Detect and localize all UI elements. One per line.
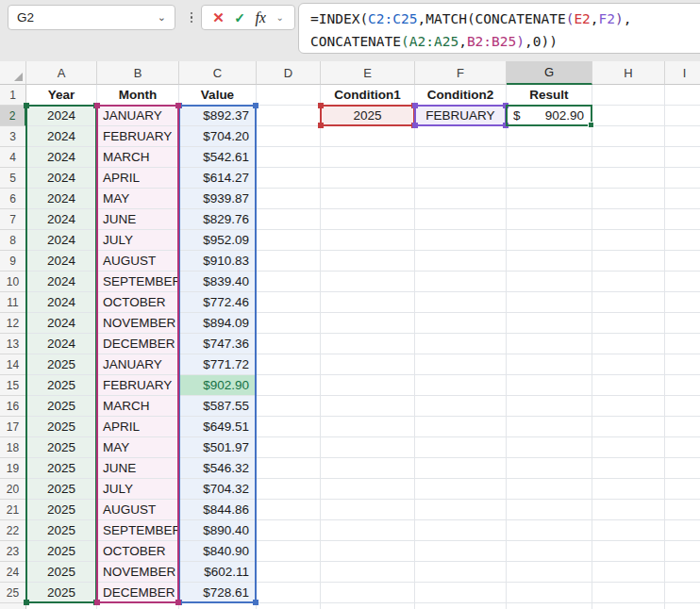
row-header-17[interactable]: 17 bbox=[0, 417, 26, 437]
cell-I23[interactable] bbox=[665, 541, 700, 562]
cell-A23[interactable]: 2025 bbox=[26, 541, 97, 562]
cell-H25[interactable] bbox=[592, 583, 665, 603]
cell-F22[interactable] bbox=[415, 520, 507, 541]
row-header-3[interactable]: 3 bbox=[0, 126, 26, 147]
cell-A7[interactable]: 2024 bbox=[26, 209, 97, 230]
cell-I14[interactable] bbox=[665, 354, 700, 375]
cell-D12[interactable] bbox=[257, 313, 321, 334]
cell-F9[interactable] bbox=[415, 251, 507, 272]
cell-I17[interactable] bbox=[665, 417, 700, 437]
cell-G9[interactable] bbox=[507, 251, 592, 272]
cell-D1[interactable] bbox=[257, 85, 321, 106]
cell-I16[interactable] bbox=[665, 396, 700, 417]
cell-I24[interactable] bbox=[665, 562, 700, 583]
cell-H15[interactable] bbox=[592, 375, 665, 396]
cell-H12[interactable] bbox=[592, 313, 665, 334]
cell-G5[interactable] bbox=[507, 168, 592, 189]
cell-A21[interactable]: 2025 bbox=[26, 500, 97, 520]
cell-D18[interactable] bbox=[257, 437, 321, 458]
cell-I7[interactable] bbox=[665, 209, 700, 230]
cell-H13[interactable] bbox=[592, 334, 665, 354]
cell-D14[interactable] bbox=[257, 354, 321, 375]
cell-D20[interactable] bbox=[257, 479, 321, 500]
cell-I8[interactable] bbox=[665, 230, 700, 251]
cell-I2[interactable] bbox=[665, 106, 700, 126]
column-header-D[interactable]: D bbox=[257, 61, 321, 85]
cell-C4[interactable]: $542.61 bbox=[179, 147, 257, 168]
cell-G24[interactable] bbox=[507, 562, 592, 583]
cell-I19[interactable] bbox=[665, 458, 700, 479]
cell-C15[interactable]: $902.90 bbox=[179, 375, 257, 396]
cell-G7[interactable] bbox=[507, 209, 592, 230]
cell-I15[interactable] bbox=[665, 375, 700, 396]
cell-H8[interactable] bbox=[592, 230, 665, 251]
cell-E9[interactable] bbox=[321, 251, 415, 272]
name-box-value[interactable]: G2 bbox=[8, 10, 158, 25]
cell-E22[interactable] bbox=[321, 520, 415, 541]
cell-G12[interactable] bbox=[507, 313, 592, 334]
cell-A16[interactable]: 2025 bbox=[26, 396, 97, 417]
cell-B5[interactable]: APRIL bbox=[97, 168, 179, 189]
cell-F23[interactable] bbox=[415, 541, 507, 562]
cell-E2[interactable]: 2025 bbox=[321, 106, 415, 126]
cell-E20[interactable] bbox=[321, 479, 415, 500]
cell-I26[interactable] bbox=[665, 603, 700, 609]
cell-H5[interactable] bbox=[592, 168, 665, 189]
cell-H3[interactable] bbox=[592, 126, 665, 147]
row-header-16[interactable]: 16 bbox=[0, 396, 26, 417]
row-header-21[interactable]: 21 bbox=[0, 500, 26, 520]
cell-F2[interactable]: FEBRUARY bbox=[415, 106, 507, 126]
cell-D8[interactable] bbox=[257, 230, 321, 251]
cell-A25[interactable]: 2025 bbox=[26, 583, 97, 603]
row-header-19[interactable]: 19 bbox=[0, 458, 26, 479]
cell-F12[interactable] bbox=[415, 313, 507, 334]
cell-E24[interactable] bbox=[321, 562, 415, 583]
cell-E1[interactable]: Condition1 bbox=[321, 85, 415, 106]
cell-D9[interactable] bbox=[257, 251, 321, 272]
cell-G8[interactable] bbox=[507, 230, 592, 251]
column-header-B[interactable]: B bbox=[97, 61, 179, 85]
cell-H2[interactable] bbox=[592, 106, 665, 126]
cell-H9[interactable] bbox=[592, 251, 665, 272]
cell-C19[interactable]: $546.32 bbox=[179, 458, 257, 479]
cell-A18[interactable]: 2025 bbox=[26, 437, 97, 458]
cell-C1[interactable]: Value bbox=[179, 85, 257, 106]
select-all-button[interactable] bbox=[0, 61, 26, 85]
cell-H6[interactable] bbox=[592, 189, 665, 209]
cell-F5[interactable] bbox=[415, 168, 507, 189]
cell-C8[interactable]: $952.09 bbox=[179, 230, 257, 251]
cell-F10[interactable] bbox=[415, 272, 507, 292]
cell-B9[interactable]: AUGUST bbox=[97, 251, 179, 272]
cell-A19[interactable]: 2025 bbox=[26, 458, 97, 479]
cell-A5[interactable]: 2024 bbox=[26, 168, 97, 189]
cell-A13[interactable]: 2024 bbox=[26, 334, 97, 354]
cell-E7[interactable] bbox=[321, 209, 415, 230]
cell-C6[interactable]: $939.87 bbox=[179, 189, 257, 209]
row-header-26[interactable]: 26 bbox=[0, 603, 26, 609]
cell-C12[interactable]: $894.09 bbox=[179, 313, 257, 334]
cell-C26[interactable] bbox=[179, 603, 257, 609]
cell-E4[interactable] bbox=[321, 147, 415, 168]
cell-G21[interactable] bbox=[507, 500, 592, 520]
cell-G26[interactable] bbox=[507, 603, 592, 609]
cell-E15[interactable] bbox=[321, 375, 415, 396]
cell-D10[interactable] bbox=[257, 272, 321, 292]
cell-I6[interactable] bbox=[665, 189, 700, 209]
cell-E18[interactable] bbox=[321, 437, 415, 458]
cell-E17[interactable] bbox=[321, 417, 415, 437]
cell-F24[interactable] bbox=[415, 562, 507, 583]
cell-C23[interactable]: $840.90 bbox=[179, 541, 257, 562]
row-header-9[interactable]: 9 bbox=[0, 251, 26, 272]
cell-I13[interactable] bbox=[665, 334, 700, 354]
cell-B7[interactable]: JUNE bbox=[97, 209, 179, 230]
cell-E19[interactable] bbox=[321, 458, 415, 479]
column-header-H[interactable]: H bbox=[592, 61, 665, 85]
row-header-14[interactable]: 14 bbox=[0, 354, 26, 375]
cell-E13[interactable] bbox=[321, 334, 415, 354]
cell-H10[interactable] bbox=[592, 272, 665, 292]
cell-C11[interactable]: $772.46 bbox=[179, 292, 257, 313]
cell-B2[interactable]: JANUARY bbox=[97, 106, 179, 126]
cell-F6[interactable] bbox=[415, 189, 507, 209]
cell-H20[interactable] bbox=[592, 479, 665, 500]
cell-I18[interactable] bbox=[665, 437, 700, 458]
